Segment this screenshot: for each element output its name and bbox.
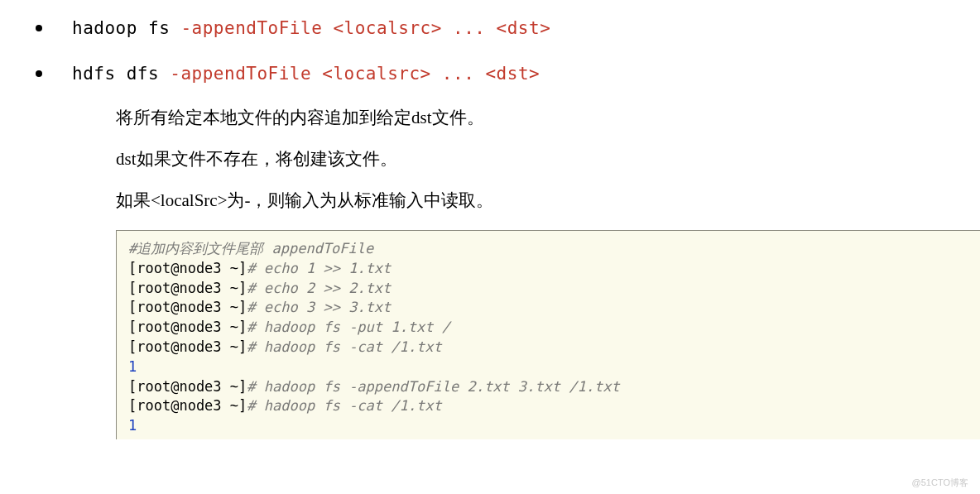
shell-prompt: [root@node3 ~]: [128, 338, 247, 355]
shell-prompt: [root@node3 ~]: [128, 280, 247, 296]
command-text-2: hdfs dfs -appendToFile <localsrc> ... <d…: [72, 64, 540, 84]
shell-prompt: [root@node3 ~]: [128, 319, 247, 335]
terminal-line: [root@node3 ~]# hadoop fs -cat /1.txt: [128, 396, 968, 416]
terminal-line: [root@node3 ~]# echo 3 >> 3.txt: [128, 298, 968, 318]
terminal-line: [root@node3 ~]# hadoop fs -put 1.txt /: [128, 318, 968, 338]
hash: #: [247, 319, 255, 335]
shell-cmd: hadoop fs -cat /1.txt: [256, 397, 442, 414]
terminal-line: [root@node3 ~]# hadoop fs -appendToFile …: [128, 377, 968, 397]
terminal-output: 1: [128, 416, 968, 436]
shell-cmd: echo 2 >> 2.txt: [256, 280, 392, 296]
shell-cmd: hadoop fs -put 1.txt /: [256, 319, 450, 335]
terminal-comment: #追加内容到文件尾部 appendToFile: [128, 239, 968, 259]
hash: #: [247, 299, 255, 315]
shell-prompt: [root@node3 ~]: [128, 299, 247, 315]
cmd1-highlight: -appendToFile <localsrc> ... <dst>: [180, 18, 550, 38]
shell-cmd: hadoop fs -cat /1.txt: [256, 338, 442, 355]
hash: #: [247, 260, 255, 276]
shell-cmd: echo 3 >> 3.txt: [256, 299, 392, 315]
description-block: 将所有给定本地文件的内容追加到给定dst文件。 dst如果文件不存在，将创建该文…: [116, 106, 980, 212]
shell-cmd: echo 1 >> 1.txt: [256, 260, 392, 276]
hash: #: [247, 378, 255, 395]
hash: #: [247, 280, 255, 296]
command-text-1: hadoop fs -appendToFile <localsrc> ... <…: [72, 18, 550, 38]
command-item-2: hdfs dfs -appendToFile <localsrc> ... <d…: [54, 60, 980, 84]
shell-prompt: [root@node3 ~]: [128, 260, 247, 276]
command-item-1: hadoop fs -appendToFile <localsrc> ... <…: [54, 15, 980, 39]
shell-cmd: hadoop fs -appendToFile 2.txt 3.txt /1.t…: [256, 378, 620, 395]
desc-line-2: dst如果文件不存在，将创建该文件。: [116, 147, 980, 170]
shell-prompt: [root@node3 ~]: [128, 378, 247, 395]
command-list: hadoop fs -appendToFile <localsrc> ... <…: [0, 15, 980, 84]
cmd2-prefix: hdfs dfs: [72, 64, 170, 84]
cmd1-prefix: hadoop fs: [72, 18, 180, 38]
desc-line-3: 如果<localSrc>为-，则输入为从标准输入中读取。: [116, 189, 980, 212]
terminal-output: 1: [128, 357, 968, 377]
watermark-text: @51CTO博客: [912, 477, 968, 489]
terminal-line: [root@node3 ~]# hadoop fs -cat /1.txt: [128, 338, 968, 357]
hash: #: [247, 338, 255, 355]
shell-prompt: [root@node3 ~]: [128, 397, 247, 414]
terminal-line: [root@node3 ~]# echo 2 >> 2.txt: [128, 279, 968, 299]
terminal-line: [root@node3 ~]# echo 1 >> 1.txt: [128, 259, 968, 279]
cmd2-highlight: -appendToFile <localsrc> ... <dst>: [170, 64, 540, 84]
desc-line-1: 将所有给定本地文件的内容追加到给定dst文件。: [116, 106, 980, 129]
hash: #: [247, 397, 255, 414]
page: hadoop fs -appendToFile <localsrc> ... <…: [0, 0, 980, 494]
terminal-block: #追加内容到文件尾部 appendToFile [root@node3 ~]# …: [116, 230, 980, 439]
